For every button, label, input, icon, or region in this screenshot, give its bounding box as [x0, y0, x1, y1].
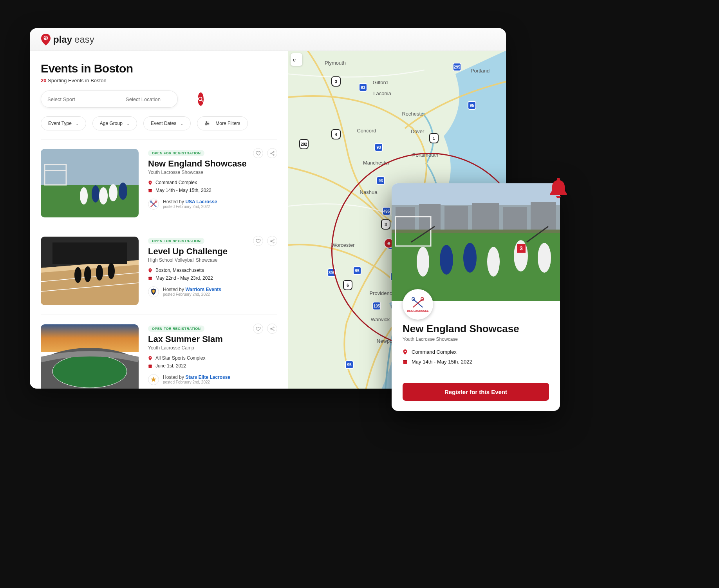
host-posted: posted February 2nd, 2022: [163, 204, 217, 209]
highway-shield: 95: [468, 101, 476, 110]
host-text: Hosted by USA Lacrosse posted February 2…: [163, 199, 217, 209]
map-place-label: Dover: [411, 128, 425, 134]
svg-point-16: [109, 184, 117, 201]
host-name[interactable]: Warriors Events: [185, 287, 221, 292]
page-title: Events in Boston: [41, 62, 277, 75]
share-button[interactable]: [267, 324, 277, 334]
svg-rect-86: [403, 360, 407, 361]
event-dates: May 14th - May 15th, 2022: [155, 188, 211, 193]
heart-icon: [256, 151, 261, 156]
event-venue-row: All Star Sports Complex: [148, 355, 277, 361]
svg-line-58: [271, 329, 273, 330]
svg-rect-35: [52, 242, 127, 264]
share-button[interactable]: [267, 148, 277, 158]
subtitle-text: Sporting Events in Boston: [46, 78, 106, 83]
search-icon: [198, 96, 204, 102]
highway-shield: 3: [331, 76, 341, 87]
favorite-button[interactable]: [253, 236, 263, 246]
page-subtitle: 20 Sporting Events in Boston: [41, 78, 277, 83]
registration-badge: OPEN FOR REGISTRATION: [148, 150, 204, 156]
select-location-input[interactable]: [119, 96, 198, 102]
brand-text-bold: play: [53, 34, 72, 45]
chevron-down-icon: ⌄: [180, 121, 183, 126]
svg-rect-41: [148, 277, 152, 277]
host-posted: posted February 2nd, 2022: [163, 292, 221, 297]
brand-logo[interactable]: playeasy: [41, 34, 94, 45]
event-card[interactable]: OPEN FOR REGISTRATION Level Up Challenge…: [41, 227, 277, 315]
event-subtitle: Youth Lacrosse Camp: [148, 345, 277, 351]
svg-point-7: [208, 123, 208, 124]
share-icon: [270, 326, 275, 331]
chevron-down-icon: ⌄: [126, 121, 130, 126]
listing-panel: Events in Boston 20 Sporting Events in B…: [30, 51, 288, 389]
filter-event-dates[interactable]: Event Dates ⌄: [143, 116, 191, 130]
svg-rect-20: [148, 189, 152, 190]
event-dates: May 22nd - May 23rd, 2022: [155, 275, 213, 281]
svg-point-14: [92, 185, 99, 203]
map-zoom-tag[interactable]: e: [291, 53, 302, 66]
event-card[interactable]: OPEN FOR REGISTRATION Lax Summer Slam Yo…: [41, 315, 277, 389]
detail-subtitle: Youth Lacrosse Showcase: [403, 337, 549, 342]
share-button[interactable]: [267, 236, 277, 246]
svg-rect-62: [396, 207, 415, 230]
register-label: Register for this Event: [444, 389, 507, 395]
svg-point-5: [206, 121, 207, 122]
filter-label: More Filters: [215, 121, 240, 126]
svg-marker-53: [151, 377, 156, 382]
event-venue-row: Boston, Massachusetts: [148, 268, 277, 273]
favorite-button[interactable]: [253, 148, 263, 158]
svg-point-38: [96, 265, 103, 280]
highway-shield: 202: [299, 139, 309, 149]
svg-point-49: [52, 355, 127, 388]
register-button[interactable]: Register for this Event: [403, 383, 549, 401]
notification-bell-icon[interactable]: [548, 176, 569, 200]
location-pin-icon: [148, 180, 152, 185]
card-actions: [253, 324, 277, 334]
filter-label: Age Group: [100, 121, 123, 126]
map-place-label: Portland: [471, 68, 490, 74]
event-subtitle: High School Volleyball Showcase: [148, 257, 277, 263]
event-info: OPEN FOR REGISTRATION Level Up Challenge…: [148, 237, 277, 305]
card-actions: [253, 236, 277, 246]
filter-label: Event Dates: [151, 121, 176, 126]
event-thumbnail: [41, 149, 139, 217]
share-icon: [270, 239, 275, 244]
filter-more[interactable]: More Filters: [197, 116, 247, 130]
highway-shield: 93: [374, 143, 383, 152]
svg-point-17: [119, 183, 127, 200]
svg-point-74: [487, 247, 500, 277]
svg-point-9: [206, 124, 206, 125]
host-prefix: Hosted by: [163, 287, 185, 292]
favorite-button[interactable]: [253, 324, 263, 334]
events-list: OPEN FOR REGISTRATION New England Showca…: [41, 139, 277, 389]
svg-rect-64: [444, 206, 468, 230]
calendar-icon: [148, 188, 152, 193]
svg-rect-66: [503, 207, 527, 230]
event-thumbnail: [41, 324, 139, 389]
chevron-down-icon: ⌄: [76, 121, 79, 126]
event-card[interactable]: OPEN FOR REGISTRATION New England Showca…: [41, 139, 277, 227]
detail-venue: Command Complex: [412, 349, 457, 355]
search-button[interactable]: [198, 92, 204, 106]
map-place-label: Rochester: [402, 111, 425, 117]
event-host: Hosted by Warriors Events posted Februar…: [148, 286, 277, 297]
share-icon: [270, 151, 275, 156]
host-name[interactable]: USA Lacrosse: [185, 199, 217, 204]
svg-line-3: [201, 100, 203, 101]
detail-dates-row: May 14th - May 15th, 2022: [403, 359, 549, 365]
search-bar: [41, 90, 178, 108]
detail-dates: May 14th - May 15th, 2022: [412, 359, 472, 365]
svg-line-46: [271, 241, 273, 242]
host-text: Hosted by Stars Elite Lacrosse posted Fe…: [163, 375, 230, 385]
svg-rect-10: [41, 149, 139, 186]
map-place-label: Laconia: [373, 90, 391, 96]
filter-event-type[interactable]: Event Type ⌄: [41, 116, 86, 130]
svg-rect-52: [148, 364, 152, 365]
select-sport-input[interactable]: [41, 96, 119, 102]
svg-line-28: [271, 152, 273, 153]
host-avatar: [148, 199, 159, 210]
filter-age-group[interactable]: Age Group ⌄: [92, 116, 137, 130]
event-dates-row: May 14th - May 15th, 2022: [148, 188, 277, 193]
event-title: Lax Summer Slam: [148, 334, 277, 344]
host-name[interactable]: Stars Elite Lacrosse: [185, 375, 230, 380]
